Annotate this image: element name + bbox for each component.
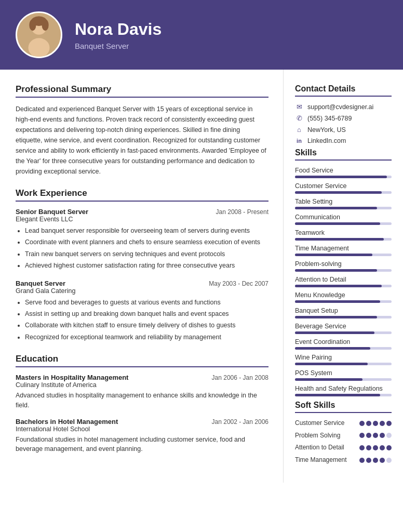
header-text: Nora Davis Banquet Server [75,19,162,50]
phone-icon: ✆ [295,114,303,122]
soft-skill-item: Time Management [295,456,392,464]
skill-item: Attention to Detail [295,276,392,287]
bullet-item: Lead banquet server responsible for over… [25,226,268,236]
skill-bar-fill [295,316,377,318]
skill-bar-background [295,363,392,365]
skill-bar-background [295,378,392,381]
skill-dot [359,458,365,463]
skill-name: POS System [295,369,392,377]
summary-text: Dedicated and experienced Banquet Server… [16,104,268,177]
skill-dot [359,421,365,426]
soft-skill-name: Customer Service [295,419,355,428]
skill-bar-background [295,176,392,178]
skill-dots [359,433,392,438]
skill-item: Communication [295,214,392,225]
job-bullets: Serve food and beverages to guests at va… [16,298,268,343]
edu-item: Bachelors in Hotel Management Jan 2002 -… [16,418,268,455]
skill-name: Table Setting [295,198,392,205]
skill-bar-fill [295,363,368,365]
skill-bar-fill [295,222,380,225]
skill-name: Customer Service [295,182,392,190]
job-item: Senior Banquet Server Jan 2008 - Present… [16,208,268,271]
bullet-item: Achieved highest customer satisfaction r… [25,261,268,271]
bullet-item: Serve food and beverages to guests at va… [25,298,268,308]
skill-dot [366,433,371,438]
location-icon: ⌂ [295,126,303,134]
bullet-item: Recognized for exceptional teamwork and … [25,332,268,342]
skill-bar-fill [295,331,374,334]
body-wrap: Professional Summary Dedicated and exper… [0,70,403,483]
skill-dots [359,421,392,426]
skill-item: Health and Safety Regulations [295,385,392,396]
skill-item: Time Management [295,245,392,256]
skill-dot [373,458,378,463]
linkedin-text: LinkedIn.com [307,137,346,144]
skill-dot [380,445,385,450]
edu-school: International Hotel School [16,425,268,433]
left-column: Professional Summary Dedicated and exper… [0,70,284,483]
edu-header: Masters in Hospitality Management Jan 20… [16,374,268,381]
candidate-title: Banquet Server [75,42,162,50]
skill-dot [359,445,365,450]
skill-bar-background [295,254,392,256]
soft-skills-list: Customer Service Problem Solving Attenti… [295,419,392,464]
soft-skill-name: Attention to Detail [295,444,355,452]
bullet-item: Train new banquet servers on serving tec… [25,249,268,259]
skill-dot [380,458,385,463]
skill-dot [373,445,378,450]
skill-name: Time Management [295,245,392,252]
skill-bar-background [295,191,392,194]
skill-name: Health and Safety Regulations [295,385,392,392]
resume-header: Nora Davis Banquet Server [0,0,403,70]
skill-dots [359,445,392,450]
soft-skill-name: Time Management [295,456,355,464]
contact-email: ✉ support@cvdesigner.ai [295,103,392,111]
soft-skills-title: Soft Skills [295,401,392,413]
bullet-item: Coordinate with event planners and chefs… [25,237,268,247]
soft-skill-item: Customer Service [295,419,392,428]
email-icon: ✉ [295,103,303,111]
skill-bar-fill [295,191,382,194]
education-title: Education [16,354,268,367]
candidate-name: Nora Davis [75,19,162,39]
skill-bar-fill [295,238,384,241]
skill-bar-background [295,285,392,287]
skill-item: Beverage Service [295,323,392,334]
skill-dot [386,421,392,426]
edu-dates: Jan 2002 - Jan 2006 [212,418,268,425]
skill-bar-background [295,394,392,396]
job-header: Banquet Server May 2003 - Dec 2007 [16,280,268,287]
skill-bar-background [295,331,392,334]
edu-degree: Masters in Hospitality Management [16,374,128,381]
contact-section: Contact Details ✉ support@cvdesigner.ai … [295,84,392,144]
edu-header: Bachelors in Hotel Management Jan 2002 -… [16,418,268,425]
skill-item: Food Service [295,167,392,178]
edu-degree: Bachelors in Hotel Management [16,418,118,425]
contact-title: Contact Details [295,84,392,97]
soft-skill-item: Problem Solving [295,432,392,440]
skill-name: Communication [295,214,392,221]
skill-name: Teamwork [295,229,392,236]
education-section: Education Masters in Hospitality Managem… [16,354,268,454]
skill-dot [380,433,385,438]
work-experience-title: Work Experience [16,188,268,202]
skill-name: Banquet Setup [295,307,392,314]
skill-dot [366,421,371,426]
skill-bar-fill [295,300,380,303]
skill-name: Problem-solving [295,260,392,268]
skill-item: Banquet Setup [295,307,392,318]
summary-title: Professional Summary [16,84,268,98]
skill-name: Event Coordination [295,338,392,345]
skills-section: Skills Food Service Customer Service Tab… [295,148,392,396]
skill-item: Teamwork [295,229,392,241]
edu-desc: Advanced studies in hospitality manageme… [16,391,268,410]
skill-dot [359,433,365,438]
contact-location: ⌂ NewYork, US [295,126,392,134]
bullet-item: Assist in setting up and breaking down b… [25,309,268,319]
skill-dots [359,458,392,463]
skill-item: Table Setting [295,198,392,209]
job-dates: Jan 2008 - Present [216,208,268,216]
skill-bar-fill [295,207,377,209]
skill-bar-background [295,238,392,241]
phone-text: (555) 345-6789 [307,115,352,122]
